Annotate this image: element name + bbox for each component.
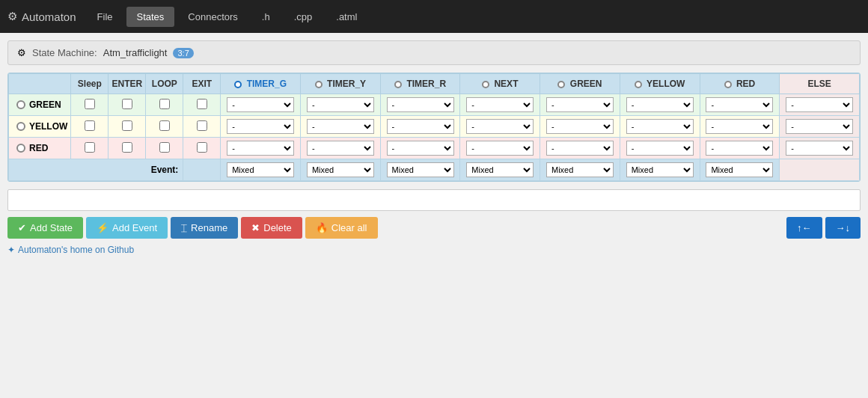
red-timerY: - bbox=[301, 138, 381, 159]
red-loop-checkbox[interactable] bbox=[159, 142, 170, 153]
col-else: ELSE bbox=[780, 74, 860, 94]
green-exit-checkbox[interactable] bbox=[197, 99, 207, 109]
green-exit bbox=[183, 94, 221, 116]
col-timer-g: TIMER_G bbox=[221, 74, 301, 94]
event-yellow-select[interactable]: Mixed bbox=[626, 162, 694, 177]
state-yellow-radio[interactable] bbox=[16, 122, 25, 131]
green-next: - bbox=[460, 94, 540, 116]
red-redEv-select[interactable]: - bbox=[706, 141, 773, 156]
state-green-label: GREEN bbox=[9, 94, 71, 116]
col-green: GREEN bbox=[540, 74, 620, 94]
state-table: Sleep ENTER LOOP EXIT TIMER_G TIMER_Y TI… bbox=[8, 73, 860, 181]
col-loop: LOOP bbox=[146, 74, 183, 94]
table-row: RED - - - - - - - - bbox=[9, 138, 860, 159]
yellow-timerR: - bbox=[380, 116, 460, 138]
brand-label: Automaton bbox=[22, 10, 76, 23]
green-redEv: - bbox=[700, 94, 780, 116]
state-red-radio[interactable] bbox=[16, 144, 25, 153]
yellow-timerR-select[interactable]: - bbox=[387, 119, 454, 134]
green-else: - bbox=[780, 94, 860, 116]
nav-file[interactable]: File bbox=[87, 7, 123, 27]
right-down-button[interactable]: →↓ bbox=[825, 217, 861, 239]
github-link[interactable]: ✦ Automaton's home on Github bbox=[7, 245, 861, 255]
timer-r-radio bbox=[394, 81, 402, 88]
yellow-yellowEv-select[interactable]: - bbox=[626, 119, 694, 134]
rename-button[interactable]: ⌶ Rename bbox=[171, 217, 238, 239]
yellow-else-select[interactable]: - bbox=[786, 119, 853, 134]
nav-connectors[interactable]: Connectors bbox=[177, 7, 248, 27]
nav-states[interactable]: States bbox=[126, 7, 175, 27]
yellow-exit-checkbox[interactable] bbox=[197, 120, 207, 131]
green-timerG-select[interactable]: - bbox=[227, 97, 294, 112]
green-next-select[interactable]: - bbox=[466, 97, 534, 112]
yellow-else: - bbox=[780, 116, 860, 138]
green-sleep-checkbox[interactable] bbox=[85, 99, 95, 109]
yellow-timerY-select[interactable]: - bbox=[307, 119, 374, 134]
red-greenEv: - bbox=[540, 138, 620, 159]
green-greenEv-select[interactable]: - bbox=[546, 97, 614, 112]
event-yellow: Mixed bbox=[620, 159, 700, 181]
red-next-select[interactable]: - bbox=[466, 141, 534, 156]
gear-icon bbox=[7, 10, 17, 23]
red-radio bbox=[724, 81, 732, 88]
red-loop bbox=[146, 138, 183, 159]
add-event-button[interactable]: ⚡ Add Event bbox=[86, 217, 168, 239]
table-header-row: Sleep ENTER LOOP EXIT TIMER_G TIMER_Y TI… bbox=[9, 74, 860, 94]
timer-g-radio bbox=[234, 81, 242, 88]
table-row: GREEN - - - - - - - - bbox=[9, 94, 860, 116]
event-timerY-select[interactable]: Mixed bbox=[307, 162, 374, 177]
add-state-button[interactable]: ✔ Add State bbox=[7, 217, 83, 239]
red-timerG: - bbox=[221, 138, 301, 159]
yellow-yellowEv: - bbox=[620, 116, 700, 138]
bottom-area: ✔ Add State ⚡ Add Event ⌶ Rename ✖ Delet… bbox=[7, 189, 861, 255]
yellow-redEv-select[interactable]: - bbox=[706, 119, 773, 134]
sm-prefix: State Machine: bbox=[32, 47, 97, 58]
col-red: RED bbox=[700, 74, 780, 94]
red-exit-checkbox[interactable] bbox=[197, 142, 207, 153]
event-next-select[interactable]: Mixed bbox=[466, 162, 534, 177]
clear-icon: 🔥 bbox=[316, 222, 328, 233]
event-timerR-select[interactable]: Mixed bbox=[387, 162, 454, 177]
nav-atml[interactable]: .atml bbox=[326, 7, 367, 27]
delete-button[interactable]: ✖ Delete bbox=[241, 217, 302, 239]
green-timerR-select[interactable]: - bbox=[387, 97, 454, 112]
yellow-loop-checkbox[interactable] bbox=[159, 120, 170, 131]
green-else-select[interactable]: - bbox=[786, 97, 853, 112]
search-input[interactable] bbox=[7, 189, 861, 211]
event-timerG-select[interactable]: Mixed bbox=[227, 162, 294, 177]
event-row: Event: Mixed Mixed Mixed Mixed Mixed Mix… bbox=[9, 159, 860, 181]
red-timerY-select[interactable]: - bbox=[307, 141, 374, 156]
red-greenEv-select[interactable]: - bbox=[546, 141, 614, 156]
event-green-select[interactable]: Mixed bbox=[546, 162, 614, 177]
green-loop-checkbox[interactable] bbox=[159, 99, 170, 109]
up-left-button[interactable]: ↑← bbox=[786, 217, 822, 239]
red-timerR-select[interactable]: - bbox=[387, 141, 454, 156]
green-timerY-select[interactable]: - bbox=[307, 97, 374, 112]
green-yellowEv-select[interactable]: - bbox=[626, 97, 694, 112]
event-red-select[interactable]: Mixed bbox=[706, 162, 773, 177]
red-timerG-select[interactable]: - bbox=[227, 141, 294, 156]
green-redEv-select[interactable]: - bbox=[706, 97, 773, 112]
green-enter-checkbox[interactable] bbox=[122, 99, 132, 109]
yellow-enter-checkbox[interactable] bbox=[122, 120, 132, 131]
state-yellow-label: YELLOW bbox=[9, 116, 71, 138]
yellow-next: - bbox=[460, 116, 540, 138]
state-green-radio[interactable] bbox=[16, 100, 25, 109]
btn-group-left: ✔ Add State ⚡ Add Event ⌶ Rename ✖ Delet… bbox=[7, 217, 378, 239]
yellow-next-select[interactable]: - bbox=[466, 119, 534, 134]
col-exit: EXIT bbox=[183, 74, 221, 94]
red-enter-checkbox[interactable] bbox=[122, 142, 132, 153]
red-sleep-checkbox[interactable] bbox=[85, 142, 95, 153]
green-timerR: - bbox=[380, 94, 460, 116]
red-yellowEv-select[interactable]: - bbox=[626, 141, 694, 156]
yellow-timerG: - bbox=[221, 116, 301, 138]
red-else-select[interactable]: - bbox=[786, 141, 853, 156]
yellow-sleep-checkbox[interactable] bbox=[85, 120, 95, 131]
nav-cpp[interactable]: .cpp bbox=[284, 7, 323, 27]
red-sleep bbox=[71, 138, 109, 159]
green-sleep bbox=[71, 94, 109, 116]
clear-all-button[interactable]: 🔥 Clear all bbox=[305, 217, 378, 239]
yellow-greenEv-select[interactable]: - bbox=[546, 119, 614, 134]
yellow-timerG-select[interactable]: - bbox=[227, 119, 294, 134]
nav-h[interactable]: .h bbox=[251, 7, 281, 27]
